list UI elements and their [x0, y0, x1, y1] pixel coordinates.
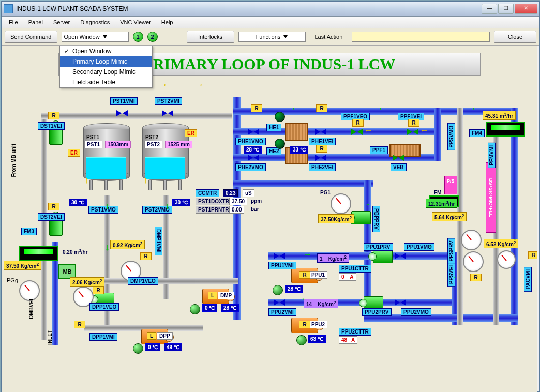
arrow: ← — [162, 80, 171, 91]
kg375: 37.50 Kg/cm2 — [4, 261, 41, 270]
arrow: → — [287, 103, 296, 114]
arrow: ↓ — [105, 201, 110, 212]
t0b: 0 ℃ — [145, 343, 160, 351]
ppu1cttr-tag: PPU1CTTR — [339, 265, 371, 273]
valve — [393, 153, 404, 162]
dpp1vmi-tag: DPP1VMI — [89, 333, 117, 341]
fm-tag: FM — [432, 189, 443, 196]
interlocks-button[interactable]: Interlocks — [187, 31, 234, 43]
close-window-button[interactable]: ✕ — [515, 4, 537, 14]
ccmtr-lbl: CCMTR — [196, 189, 219, 197]
frommb-tag: From MB unit — [11, 144, 17, 177]
menu-panel[interactable]: Panel — [24, 18, 47, 26]
led-ppu1 — [273, 285, 283, 295]
pgg-tag: PGg — [7, 277, 18, 283]
minimize-button[interactable]: — — [482, 4, 497, 14]
menu-server[interactable]: Server — [49, 18, 74, 26]
fm4-meter — [486, 122, 525, 137]
gauge-r3 — [497, 250, 516, 269]
send-command-button[interactable]: Send Command — [5, 31, 57, 43]
dmbvei-tag: DMBVEI — [28, 299, 34, 319]
he1 — [285, 123, 308, 141]
r7: R — [316, 145, 327, 153]
inlet-tag: INLET — [47, 330, 53, 345]
phe1vei-tag: PHE1VEI — [309, 138, 336, 145]
open-window-combo[interactable]: Open Window — [62, 32, 129, 42]
kg092: 0.92 Kg/cm2 — [110, 240, 145, 249]
valve — [248, 127, 259, 137]
kg375b: 37.50Kg/cm2 — [318, 214, 354, 223]
kg206: 2.06 Kg/cm2 — [70, 277, 104, 287]
dropdown-item-fieldside[interactable]: Field side Table — [60, 77, 152, 87]
maximize-button[interactable]: ❐ — [498, 4, 514, 14]
valve — [274, 251, 285, 261]
pst2-mm: 1525 mm — [165, 141, 192, 148]
menubar: File Panel Server Diagnostics VNC Viewer… — [2, 17, 539, 28]
pbpprv-tag: PBPPRV — [372, 206, 380, 232]
r3: R — [316, 104, 327, 112]
arrow: → — [303, 249, 312, 260]
fm3-v: 0.20 m3/hr — [61, 247, 90, 255]
ppu2-r: R — [299, 321, 310, 328]
tank-pst2: PST2 — [142, 123, 188, 190]
dropdown-item-secondary[interactable]: Secondary Loop Mimic — [60, 67, 152, 77]
pipe — [434, 108, 441, 161]
valve — [351, 127, 363, 137]
gauge-pgg — [19, 280, 40, 301]
menu-file[interactable]: File — [5, 18, 22, 26]
fm3-tag: FM3 — [21, 228, 37, 235]
open-window-dropdown[interactable]: Open Window Primary Loop Mimic Secondary… — [59, 46, 153, 88]
kg1: 1 Kg/cm2 — [317, 253, 349, 263]
r12: R — [528, 251, 537, 259]
ppf1-label: PPF1 — [370, 146, 388, 154]
t63: 63 ℃ — [308, 335, 326, 343]
r6: R — [251, 104, 262, 112]
menu-diagnostics[interactable]: Diagnostics — [76, 18, 114, 26]
arrow: ← — [198, 80, 207, 91]
prn-v: 0.00 — [229, 206, 244, 214]
arrow: → — [467, 103, 476, 114]
valve — [395, 298, 406, 307]
arrow: ← — [364, 125, 373, 136]
valve — [248, 153, 259, 162]
functions-combo[interactable]: Functions — [238, 32, 306, 42]
arrow: ↑ — [143, 175, 148, 186]
pfmvmi-tag: PFMVMI — [488, 143, 496, 168]
arrow: ↑ — [453, 273, 457, 284]
r8: R — [140, 252, 152, 260]
last-action-label: Last Action — [310, 34, 348, 40]
arrow: ← — [419, 125, 429, 136]
er2: ER — [185, 129, 197, 137]
dpp-l: L — [147, 332, 156, 340]
titlebar: INDUS-1 LCW PLANT SCADA SYSTEM — ❐ ✕ — [2, 2, 539, 17]
dmp-label: DMP — [218, 292, 234, 299]
pst2-box: PST2 — [144, 141, 162, 148]
phe2vmo-tag: PHE2VMO — [235, 163, 266, 171]
dst1vei-tag: DST1VEI — [38, 122, 65, 130]
arrow: ↑ — [366, 201, 370, 212]
pst1vmi-tag: PST1VMI — [110, 97, 138, 105]
pst1vmo-tag: PST1VMO — [88, 206, 118, 214]
arrow: ↑ — [428, 242, 432, 253]
r4: R — [352, 119, 364, 127]
tank-pst1: PST1 — [83, 123, 129, 190]
menu-vncviewer[interactable]: VNC Viewer — [116, 18, 155, 26]
ppsvmo-tag: PPSVMO — [447, 123, 455, 150]
close-button[interactable]: Close — [494, 31, 536, 43]
arrow: → — [374, 103, 383, 114]
t28: 28 ℃ — [244, 146, 262, 154]
ppu2vmo-tag: PPU2VMO — [401, 308, 431, 316]
ppu1-a: 0 A — [339, 273, 356, 281]
dropdown-item-open[interactable]: Open Window — [60, 46, 152, 56]
menu-help[interactable]: Help — [157, 18, 177, 26]
pipe — [41, 113, 47, 340]
t0a: 0 ℃ — [202, 304, 217, 312]
ppu2vmi-tag: PPU2VMI — [268, 308, 296, 316]
veb-tag: VEB — [391, 163, 407, 171]
prn-u: bar — [249, 206, 261, 213]
valve — [274, 298, 285, 307]
indicator-2: 2 — [147, 32, 158, 42]
dropdown-item-primary[interactable]: Primary Loop Mimic — [60, 56, 152, 67]
pst1-box: PST1 — [84, 141, 102, 148]
last-action-field[interactable] — [352, 32, 490, 42]
